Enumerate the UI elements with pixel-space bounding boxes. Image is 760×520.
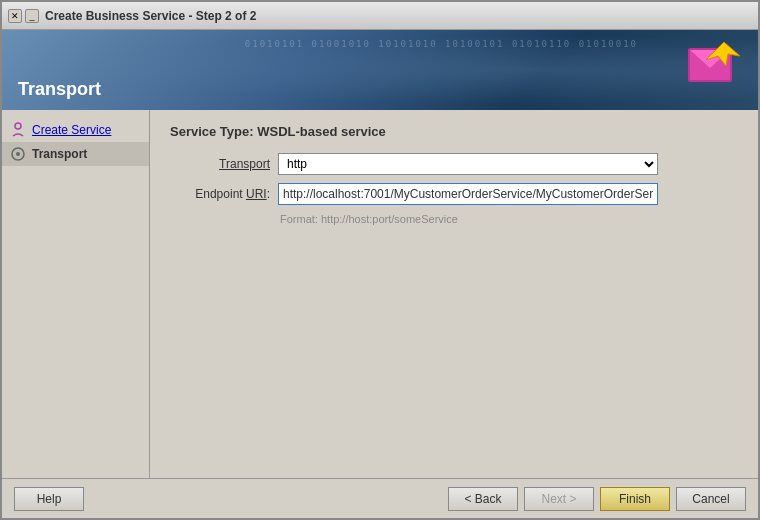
envelope-icon [686,40,742,90]
transport-select[interactable]: httphttpsjmssbfileftpsftpemailtuxedo [278,153,658,175]
next-button[interactable]: Next > [524,487,594,511]
window-controls: ✕ _ [8,9,39,23]
title-bar: ✕ _ Create Business Service - Step 2 of … [2,2,758,30]
sidebar-item-create-service[interactable]: Create Service [2,118,149,142]
endpoint-uri-input[interactable] [278,183,658,205]
service-type-label: Service Type: WSDL-based service [170,124,738,139]
sidebar: Create Service Transport [2,110,150,478]
format-hint: Format: http://host:port/someService [280,213,738,225]
content-area: Service Type: WSDL-based service Transpo… [150,110,758,478]
transport-row: Transport httphttpsjmssbfileftpsftpemail… [170,153,738,175]
transport-label-text: Transport [219,157,270,171]
endpoint-field-label: Endpoint URI: [170,187,270,201]
body-area: Create Service Transport Service Type: W… [2,110,758,478]
page-title: Transport [18,79,101,100]
help-button[interactable]: Help [14,487,84,511]
create-service-icon [10,122,26,138]
main-window: ✕ _ Create Business Service - Step 2 of … [0,0,760,520]
cancel-button[interactable]: Cancel [676,487,746,511]
sidebar-item-transport[interactable]: Transport [2,142,149,166]
back-button[interactable]: < Back [448,487,518,511]
transport-icon [10,146,26,162]
create-service-link[interactable]: Create Service [32,123,111,137]
finish-button[interactable]: Finish [600,487,670,511]
footer-left: Help [14,487,84,511]
binary-decoration: 01010101 01001010 10101010 10100101 0101… [245,38,638,51]
transport-field-label: Transport [170,157,270,171]
svg-point-6 [16,152,20,156]
transport-select-wrapper: httphttpsjmssbfileftpsftpemailtuxedo [278,153,658,175]
footer-right: < Back Next > Finish Cancel [448,487,746,511]
svg-point-4 [15,123,21,129]
format-label: Format: [280,213,318,225]
close-button[interactable]: ✕ [8,9,22,23]
endpoint-row: Endpoint URI: [170,183,738,205]
minimize-button[interactable]: _ [25,9,39,23]
header-area: 01010101 01001010 10101010 10100101 0101… [2,30,758,110]
window-title: Create Business Service - Step 2 of 2 [45,9,256,23]
footer: Help < Back Next > Finish Cancel [2,478,758,518]
transport-label: Transport [32,147,87,161]
format-value: http://host:port/someService [321,213,458,225]
